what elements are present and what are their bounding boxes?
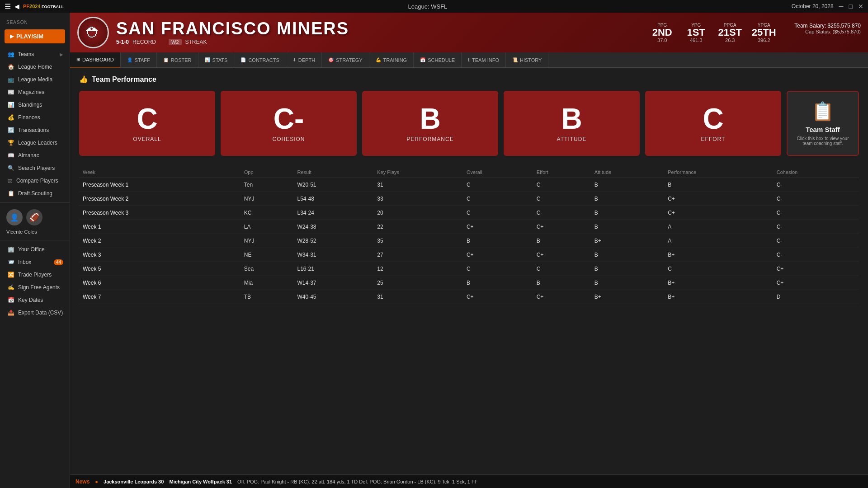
tab-schedule[interactable]: 📅 SCHEDULE xyxy=(414,52,462,68)
tab-strategy[interactable]: 🎯 STRATEGY xyxy=(322,52,369,68)
sidebar-label-export-data: Export Data (CSV) xyxy=(18,310,63,316)
export-data-icon: 📤 xyxy=(8,310,14,316)
tab-team-info[interactable]: ℹ TEAM INFO xyxy=(462,52,506,68)
grade-card-effort: C EFFORT xyxy=(645,91,781,156)
sidebar-item-compare-players[interactable]: ⚖ Compare Players xyxy=(0,174,70,187)
sidebar-label-league-media: League Media xyxy=(18,76,52,83)
sidebar-item-league-leaders[interactable]: 🏆 League Leaders xyxy=(0,136,70,149)
team-record-value: 5-1-0 xyxy=(116,39,129,45)
sidebar-label-standings: Standings xyxy=(18,102,42,108)
grade-effort-label: EFFORT xyxy=(701,136,726,142)
sidebar-item-search-players[interactable]: 🔍 Search Players xyxy=(0,162,70,174)
transactions-icon: 🔄 xyxy=(8,127,14,133)
history-icon: 📜 xyxy=(512,57,518,62)
sidebar-item-export-data[interactable]: 📤 Export Data (CSV) xyxy=(0,306,70,319)
stat-ppga-rank: 21ST xyxy=(717,28,742,38)
menu-icon[interactable]: ☰ xyxy=(5,2,11,11)
finances-icon: 💰 xyxy=(8,114,14,121)
tab-training[interactable]: 💪 TRAINING xyxy=(369,52,414,68)
news-game-team1: Jacksonville Leopards 30 xyxy=(104,479,164,484)
maximize-button[interactable]: □ xyxy=(849,3,853,10)
grade-card-cohesion: C- COHESION xyxy=(221,91,357,156)
table-row: Preseason Week 3KCL34-2420CC-BC+C- xyxy=(79,206,859,220)
grade-card-performance: B PERFORMANCE xyxy=(362,91,498,156)
draft-scouting-icon: 📋 xyxy=(8,190,14,197)
tab-dashboard[interactable]: ⊞ DASHBOARD xyxy=(70,52,121,68)
team-streak-label: STREAK xyxy=(185,39,207,45)
grade-overall-label: OVERALL xyxy=(133,136,161,142)
stat-ppga-value: 26.3 xyxy=(717,38,742,43)
tab-history[interactable]: 📜 HISTORY xyxy=(506,52,549,68)
play-sim-label: PLAY/SIM xyxy=(16,33,43,40)
magazines-icon: 📰 xyxy=(8,89,14,95)
news-dot: ● xyxy=(95,479,98,484)
sidebar-label-sign-free-agents: Sign Free Agents xyxy=(18,284,60,291)
stat-ypga-value: 396.2 xyxy=(751,38,776,43)
grade-overall-letter: C xyxy=(137,104,157,133)
grade-attitude-letter: B xyxy=(561,104,582,133)
sidebar-item-finances[interactable]: 💰 Finances xyxy=(0,111,70,124)
roster-icon: 📋 xyxy=(163,57,169,62)
news-game-teams: Jacksonville Leopards 30 Michigan City W… xyxy=(104,479,232,484)
tab-label-team-info: TEAM INFO xyxy=(472,57,499,63)
tab-stats[interactable]: 📊 STATS xyxy=(198,52,235,68)
sidebar-item-trade-players[interactable]: 🔀 Trade Players xyxy=(0,268,70,281)
play-sim-button[interactable]: ▶ PLAY/SIM xyxy=(5,29,65,43)
team-name: SAN FRANCISCO MINERS xyxy=(116,20,349,37)
sidebar-item-draft-scouting[interactable]: 📋 Draft Scouting xyxy=(0,187,70,200)
close-button[interactable]: ✕ xyxy=(858,3,863,10)
team-info-icon: ℹ xyxy=(468,57,470,62)
minimize-button[interactable]: ─ xyxy=(839,3,844,10)
sidebar-item-inbox[interactable]: 📨 Inbox 44 xyxy=(0,256,70,268)
sidebar-label-transactions: Transactions xyxy=(18,127,49,133)
standings-icon: 📊 xyxy=(8,102,14,108)
strategy-icon: 🎯 xyxy=(328,57,334,62)
key-dates-icon: 📅 xyxy=(8,297,14,303)
tab-label-schedule: SCHEDULE xyxy=(428,57,455,63)
staff-icon: 👤 xyxy=(127,57,132,62)
tab-roster[interactable]: 📋 ROSTER xyxy=(157,52,198,68)
sidebar-item-league-home[interactable]: 🏠 League Home xyxy=(0,61,70,73)
sidebar-divider-2 xyxy=(0,240,70,240)
sidebar-item-key-dates[interactable]: 📅 Key Dates xyxy=(0,294,70,306)
league-name: League: WSFL xyxy=(408,3,448,10)
sidebar-item-your-office[interactable]: 🏢 Your Office xyxy=(0,243,70,256)
col-opp: Opp xyxy=(241,167,294,178)
section-title-text: Team Performance xyxy=(92,75,156,84)
sidebar-item-almanac[interactable]: 📖 Almanac xyxy=(0,149,70,162)
performance-table-body: Preseason Week 1TenW20-5131CCBBC-Preseas… xyxy=(79,178,859,304)
league-label: League: WSFL xyxy=(408,3,448,10)
sidebar-label-finances: Finances xyxy=(18,114,40,121)
user-avatar: 👤 xyxy=(6,209,23,225)
sidebar: SEASON ▶ PLAY/SIM 👥 Teams ▶ 🏠 League Hom… xyxy=(0,13,70,488)
trade-players-icon: 🔀 xyxy=(8,272,14,278)
thumbsup-icon: 👍 xyxy=(79,75,88,84)
tab-depth[interactable]: ⬇ DEPTH xyxy=(286,52,322,68)
sidebar-item-transactions[interactable]: 🔄 Transactions xyxy=(0,124,70,136)
search-players-icon: 🔍 xyxy=(8,165,14,171)
news-game-team2: Michigan City Wolfpack 31 xyxy=(170,479,232,484)
tab-contracts[interactable]: 📄 CONTRACTS xyxy=(234,52,286,68)
tab-label-depth: DEPTH xyxy=(298,57,315,63)
team-stats: PPG 2ND 37.0 YPG 1ST 461.3 PPGA 21ST 26.… xyxy=(650,23,861,43)
table-row: Week 6MiaW14-3725BBBB+C+ xyxy=(79,276,859,290)
sidebar-item-teams[interactable]: 👥 Teams ▶ xyxy=(0,48,70,61)
back-icon[interactable]: ◀ xyxy=(14,3,19,10)
sidebar-label-compare-players: Compare Players xyxy=(16,178,58,184)
nav-tabs: ⊞ DASHBOARD 👤 STAFF 📋 ROSTER 📊 STATS 📄 C… xyxy=(70,52,868,68)
sidebar-item-league-media[interactable]: 📺 League Media xyxy=(0,73,70,86)
tab-staff[interactable]: 👤 STAFF xyxy=(121,52,157,68)
sidebar-item-magazines[interactable]: 📰 Magazines xyxy=(0,86,70,99)
table-row: Week 5SeaL16-2112CCBCC+ xyxy=(79,262,859,276)
staff-desc: Click this box to view your team coachin… xyxy=(795,136,851,146)
play-icon: ▶ xyxy=(10,33,14,39)
tab-label-history: HISTORY xyxy=(520,57,542,63)
col-overall: Overall xyxy=(463,167,533,178)
sidebar-item-standings[interactable]: 📊 Standings xyxy=(0,99,70,111)
sidebar-item-sign-free-agents[interactable]: ✍ Sign Free Agents xyxy=(0,281,70,294)
topbar: ☰ ◀ PF2024 FOOTBALL League: WSFL October… xyxy=(0,0,868,13)
grade-card-overall: C OVERALL xyxy=(79,91,215,156)
team-staff-card[interactable]: 📋 Team Staff Click this box to view your… xyxy=(787,91,859,156)
performance-table: Week Opp Result Key Plays Overall Effort… xyxy=(79,167,859,304)
sign-free-agents-icon: ✍ xyxy=(8,284,14,291)
